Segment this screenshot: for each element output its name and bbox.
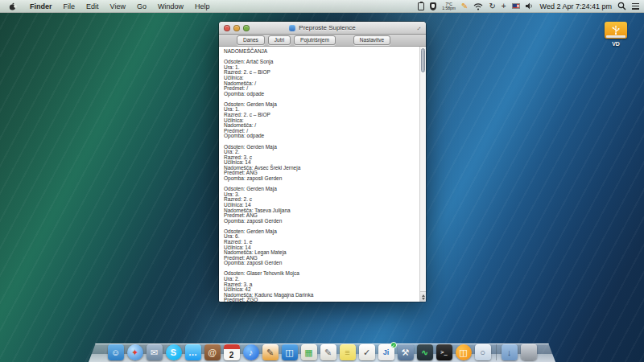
- usb-drive-icon: [605, 22, 627, 39]
- dock-item-numbers[interactable]: ▦: [301, 344, 317, 360]
- dock-divider: [496, 344, 497, 360]
- wifi-icon[interactable]: [473, 2, 483, 11]
- downloads-folder-icon: ↓: [507, 348, 512, 357]
- pages-icon: ✎: [266, 348, 274, 358]
- zoom-button[interactable]: [243, 25, 250, 31]
- page-title: NADOMEŠČANJA: [224, 49, 419, 55]
- dock-item-downloads-folder[interactable]: ↓: [502, 344, 518, 360]
- dock-item-app-ji[interactable]: Ji✓: [378, 344, 394, 360]
- dock-item-messages[interactable]: …: [185, 344, 201, 360]
- menu-item-window[interactable]: Window: [152, 2, 189, 10]
- keynote-icon: ◫: [285, 348, 293, 358]
- dock-item-reminders[interactable]: ✓: [359, 344, 375, 360]
- window-toolbar: DanesJutriPojutrišnjemNastavitve: [219, 35, 426, 47]
- menu-bar-status-area: 7°C1:58pm✎↻+Wed 2 Apr 7:24:41 pm: [418, 2, 639, 11]
- menu-bar: FinderFileEditViewGoWindowHelp 7°C1:58pm…: [0, 0, 644, 13]
- window-title-bar[interactable]: Preproste Suplence ↔: [219, 22, 426, 35]
- dock-item-xcode[interactable]: ⚒: [398, 344, 414, 360]
- substitution-entry: Odsoten: Artač SonjaUra: 1.Razred: 2. c …: [224, 60, 419, 97]
- scrollbar-thumb[interactable]: [421, 48, 425, 72]
- menu-item-go[interactable]: Go: [131, 2, 152, 10]
- fullscreen-icon[interactable]: ↔: [414, 23, 424, 34]
- toolbar-button-pojutrisnjem[interactable]: Pojutrišnjem: [294, 35, 336, 45]
- messages-icon: …: [188, 348, 197, 357]
- clipboard-icon[interactable]: [418, 2, 424, 11]
- scroll-up-icon[interactable]: [422, 294, 425, 297]
- volume-icon[interactable]: [526, 2, 535, 11]
- window-title: Preproste Suplence: [299, 24, 355, 31]
- menu-clock[interactable]: Wed 2 Apr 7:24:41 pm: [540, 2, 612, 10]
- activity-monitor-icon: ∿: [421, 348, 428, 358]
- mail-icon: ✉: [151, 348, 158, 358]
- safari-icon: ✦: [131, 348, 138, 358]
- scroll-down-icon[interactable]: [422, 298, 425, 300]
- preview-icon: ○: [480, 348, 485, 357]
- dock-item-keynote[interactable]: ◫: [282, 344, 298, 360]
- scrollbar-arrows[interactable]: [420, 291, 426, 302]
- dock-item-activity-monitor[interactable]: ∿: [417, 344, 433, 360]
- dock-item-trash[interactable]: [521, 344, 537, 360]
- substitution-entry: Odsoten: Gerden MajaUra: 6.Razred: 1. eU…: [224, 229, 419, 266]
- plus-icon[interactable]: +: [502, 2, 506, 11]
- dock-item-itunes[interactable]: ♪: [243, 344, 259, 360]
- usb-drive-label: VD: [602, 41, 630, 47]
- substitution-entry: Odsoten: Gerden MajaUra: 1.Razred: 2. c …: [224, 102, 419, 139]
- menu-item-file[interactable]: File: [58, 2, 81, 10]
- window-app-icon: [289, 25, 295, 31]
- substitutions-content: NADOMEŠČANJA Odsoten: Artač SonjaUra: 1.…: [219, 47, 419, 302]
- substitution-entry: Odsoten: Gerden MajaUra: 2.Razred: 3. cU…: [224, 145, 419, 182]
- textedit-icon: ✎: [324, 348, 332, 358]
- us-flag-icon[interactable]: [512, 2, 520, 11]
- calendar-day: 2: [229, 351, 234, 360]
- vertical-scrollbar[interactable]: [419, 47, 426, 302]
- toolbar-button-nastavitve[interactable]: Nastavitve: [353, 35, 390, 45]
- spotlight-icon[interactable]: [617, 2, 626, 11]
- dock-item-safari[interactable]: ✦: [127, 344, 143, 360]
- terminal-icon: >_: [440, 349, 447, 356]
- dock-item-stickies[interactable]: ≡: [340, 344, 356, 360]
- menu-item-finder[interactable]: Finder: [24, 2, 58, 10]
- minimize-button[interactable]: [233, 25, 240, 31]
- finder-icon: ☺: [111, 348, 120, 357]
- window-body: NADOMEŠČANJA Odsoten: Artač SonjaUra: 1.…: [219, 47, 426, 302]
- dock-item-calendar[interactable]: 2: [224, 344, 240, 360]
- menu-item-view[interactable]: View: [105, 2, 131, 10]
- substitution-entry: Odsoten: Glaser Tehovnik MojcaUra: 2.Raz…: [224, 271, 419, 302]
- substitution-entry: Odsoten: Gerden MajaUra: 3.Razred: 2. cU…: [224, 187, 419, 224]
- ibooks-icon: ◫: [459, 348, 467, 358]
- xcode-icon: ⚒: [402, 348, 410, 358]
- dock-item-skype[interactable]: S: [166, 344, 182, 360]
- window-controls: [224, 25, 250, 31]
- time-machine-icon[interactable]: ↻: [489, 2, 495, 11]
- dock-item-mail[interactable]: ✉: [147, 344, 163, 360]
- dock-item-finder[interactable]: ☺: [108, 344, 124, 360]
- menu-bar-left: FinderFileEditViewGoWindowHelp: [5, 0, 215, 13]
- close-button[interactable]: [224, 25, 230, 31]
- menu-items: FinderFileEditViewGoWindowHelp: [24, 0, 215, 13]
- stickies-icon: ≡: [345, 348, 349, 357]
- toolbar-button-danes[interactable]: Danes: [237, 35, 265, 45]
- update-badge: ✓: [390, 342, 397, 348]
- dock-item-ibooks[interactable]: ◫: [456, 344, 472, 360]
- dock-item-textedit[interactable]: ✎: [320, 344, 336, 360]
- suplence-list: Odsoten: Artač SonjaUra: 1.Razred: 2. c …: [224, 60, 419, 302]
- dock-item-terminal[interactable]: >_: [436, 344, 452, 360]
- dock-item-pages[interactable]: ✎: [262, 344, 279, 360]
- pencil-icon[interactable]: ✎: [461, 2, 468, 11]
- notification-center-icon[interactable]: [632, 2, 639, 11]
- contacts-icon: @: [208, 348, 217, 357]
- reminders-icon: ✓: [363, 348, 370, 358]
- numbers-icon: ▦: [304, 348, 312, 358]
- menu-item-edit[interactable]: Edit: [80, 2, 105, 10]
- app-window: Preproste Suplence ↔ DanesJutriPojutrišn…: [219, 22, 426, 302]
- menu-item-help[interactable]: Help: [189, 2, 216, 10]
- apple-menu-icon[interactable]: [8, 2, 18, 11]
- dock-icons: ☺✦✉S…@2♪✎◫▦✎≡✓Ji✓⚒∿>_◫○↓: [0, 344, 644, 360]
- itunes-icon: ♪: [249, 348, 254, 357]
- shield-icon[interactable]: [430, 2, 436, 11]
- toolbar-button-jutri[interactable]: Jutri: [268, 35, 291, 45]
- dock-item-preview[interactable]: ○: [475, 344, 491, 360]
- usb-drive-desktop-icon[interactable]: VD: [602, 22, 630, 47]
- weather-menu-extra[interactable]: 7°C1:58pm: [442, 2, 456, 11]
- dock-item-contacts[interactable]: @: [204, 344, 221, 360]
